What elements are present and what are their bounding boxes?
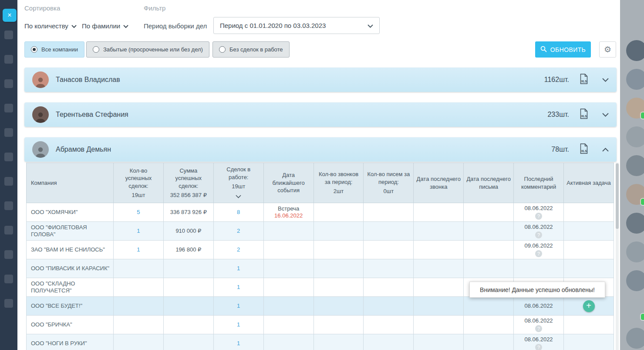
col-header-success-count[interactable]: Кол-во успешных сделок:19шт [114,163,164,203]
chevron-down-icon[interactable] [602,111,609,119]
in-work-cell[interactable]: 1 [213,316,263,334]
chat-avatar[interactable] [626,299,644,320]
radio-no-active-deals[interactable]: Без сделок в работе [212,41,290,58]
help-icon[interactable]: ? [535,213,542,220]
sidebar-app-icon[interactable] [4,275,13,283]
col-header-calls[interactable]: Кол-во звонков за период:2шт [314,163,364,203]
chat-avatar[interactable] [626,40,644,61]
avatar [32,141,49,158]
radio-all-companies[interactable]: Все компании [24,41,84,58]
in-work-cell[interactable]: 1 [213,278,263,297]
col-header-success-sum[interactable]: Сумма успешных сделок:352 856 387 ₽ [163,163,213,203]
last-call-cell [414,278,464,297]
chat-avatar[interactable] [626,155,644,176]
manager-row-abramov[interactable]: Абрамов Демьян 78шт. XLS [24,137,617,162]
last-comment-cell: 09.06.2022 ? [514,241,564,259]
radio-forgotten-label: Забытые (просроченные или без дел) [103,46,203,53]
chat-avatar[interactable] [626,98,644,119]
sidebar-app-icon[interactable] [4,153,13,161]
last-call-cell [414,316,464,334]
radio-unselected-icon [219,46,226,53]
help-icon[interactable]: ? [535,325,542,332]
sidebar-app-icon[interactable] [4,201,13,210]
chevron-up-icon[interactable] [602,146,609,153]
sidebar-app-icon[interactable] [4,104,13,112]
company-cell: ООО "БРИЧКА" [27,316,114,334]
in-work-cell[interactable]: 1 [213,297,263,316]
company-cell: ООО "НОГИ В РУКИ" [27,334,114,350]
success-count-cell[interactable]: 5 [114,203,164,222]
sidebar-icon-list [0,0,17,308]
company-cell: ООО "ПИВАСИК И КАРАСИК" [27,259,114,278]
export-xls-icon[interactable]: XLS [580,74,588,86]
sidebar-app-icon[interactable] [4,250,13,259]
chat-avatar[interactable] [626,241,644,262]
col-header-company[interactable]: Компания [27,163,114,203]
calls-cell [314,203,364,222]
in-work-cell[interactable]: 2 [213,241,263,259]
close-widget-button[interactable]: × [3,9,17,22]
col-header-active-task[interactable]: Активная задача [564,163,614,203]
in-work-cell[interactable]: 1 [213,334,263,350]
sort-chevron-icon[interactable] [216,193,261,200]
sort-by-surname-dropdown[interactable]: По фамилии [82,22,128,30]
calls-cell [314,334,364,350]
period-select[interactable]: Период с 01.01.2020 по 03.03.2023 [213,17,380,34]
last-comment-cell: 08.06.2022 ? [514,316,564,334]
sidebar-app-icon[interactable] [4,31,13,39]
manager-row-terenteva[interactable]: Терентьева Стефания 233шт. XLS [24,102,617,127]
col-header-last-comment[interactable]: Последний комментарий [514,163,564,203]
sort-by-count-dropdown[interactable]: По количеству [24,22,77,30]
col-header-last-call[interactable]: Дата последнего звонка [414,163,464,203]
manager-row-tanasov[interactable]: Танасов Владислав 1162шт. XLS [24,68,617,92]
add-task-button[interactable]: + [583,300,595,312]
success-count-cell[interactable]: 1 [114,222,164,241]
sidebar-app-icon[interactable] [4,128,13,137]
col-header-in-work[interactable]: Сделок в работе:19шт [213,163,263,203]
chat-avatar[interactable] [626,126,644,147]
chat-avatar[interactable] [626,69,644,90]
col-header-last-mail[interactable]: Дата последнего письма [464,163,514,203]
chat-avatar[interactable] [626,213,644,234]
table-row: ООО "НОГИ В РУКИ" 1 08.06.2022 ? [27,334,614,350]
chevron-down-icon [71,22,77,30]
chat-avatar[interactable] [626,270,644,291]
in-work-cell[interactable]: 8 [213,203,263,222]
refresh-button[interactable]: ОБНОВИТЬ [535,41,591,58]
companies-table: Компания Кол-во успешных сделок:19шт Сум… [26,163,614,350]
col-header-mails[interactable]: Кол-во писем за период:0шт [364,163,414,203]
radio-forgotten[interactable]: Забытые (просроченные или без дел) [86,41,209,58]
sidebar-app-icon[interactable] [4,55,13,64]
calls-cell [314,278,364,297]
table-row: ООО "ПИВАСИК И КАРАСИК" 1 [27,259,614,278]
sidebar-app-icon[interactable] [4,226,13,234]
export-xls-icon[interactable]: XLS [580,109,588,121]
chat-avatar[interactable] [626,328,644,349]
success-count-cell[interactable]: 1 [114,241,164,259]
in-work-cell[interactable]: 2 [213,222,263,241]
in-work-cell[interactable]: 1 [213,259,263,278]
next-event-cell [263,259,314,278]
help-icon[interactable]: ? [535,250,542,257]
mails-cell [364,316,414,334]
help-icon[interactable]: ? [535,231,542,238]
col-header-next-event[interactable]: Дата ближайшего события [263,163,314,203]
help-icon[interactable]: ? [535,344,542,350]
task-cell [564,203,614,222]
settings-button[interactable]: ⚙ [599,41,616,58]
sidebar-app-icon[interactable] [4,299,13,308]
success-sum-cell: 336 873 926 ₽ [163,203,213,222]
chat-avatar[interactable] [626,184,644,205]
sidebar-app-icon[interactable] [4,79,13,88]
chevron-down-icon[interactable] [602,76,609,84]
task-cell [564,241,614,259]
sidebar-app-icon[interactable] [4,177,13,186]
radio-selected-icon [31,46,37,53]
last-mail-cell [464,297,514,316]
success-sum-cell [163,316,213,334]
toast-text: Внимание! Данные успешно обновлены! [480,286,595,293]
last-call-cell [414,297,464,316]
export-xls-icon[interactable]: XLS [580,143,588,156]
table-scrollbar[interactable] [616,163,619,350]
scrollbar-thumb[interactable] [616,163,619,229]
